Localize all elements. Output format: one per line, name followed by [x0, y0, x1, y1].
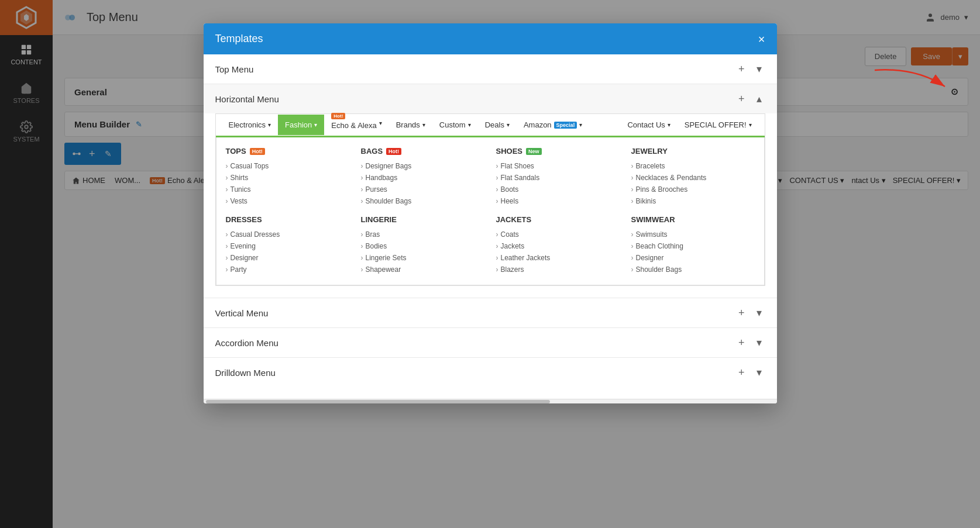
modal-title: Templates — [215, 33, 263, 45]
purses[interactable]: Purses — [361, 184, 484, 195]
coats[interactable]: Coats — [496, 229, 620, 240]
nav-brands-label: Brands — [396, 120, 420, 129]
nav-special-offer-label: SPECIAL OFFER! — [685, 120, 747, 129]
drilldown-menu-collapse-button[interactable]: ▾ — [753, 366, 765, 379]
drilldown-menu-controls: + ▾ — [735, 366, 765, 379]
custom-caret: ▾ — [468, 122, 471, 128]
top-menu-template-row: Top Menu + ▾ — [204, 54, 777, 84]
nav-fashion[interactable]: Fashion ▾ — [278, 115, 324, 135]
accordion-menu-controls: + ▾ — [735, 336, 765, 349]
vertical-menu-label: Vertical Menu — [215, 308, 269, 318]
fashion-caret: ▾ — [314, 122, 317, 128]
accordion-menu-template-row[interactable]: Accordion Menu + ▾ — [204, 328, 777, 358]
modal-body[interactable]: Top Menu + ▾ — [204, 54, 777, 399]
nav-electronics[interactable]: Electronics ▾ — [222, 115, 278, 135]
accordion-menu-collapse-button[interactable]: ▾ — [753, 336, 765, 349]
pins-brooches[interactable]: Pins & Brooches — [631, 184, 755, 195]
flat-sandals[interactable]: Flat Sandals — [496, 172, 620, 184]
nav-amazon[interactable]: Amazon Special ▾ — [517, 115, 589, 135]
boots[interactable]: Boots — [496, 184, 620, 195]
dropdown-content: TOPS Hot! Casual Tops Shirts Tunics Vest… — [216, 137, 765, 285]
top-menu-row-controls: + ▾ — [735, 63, 765, 75]
casual-tops[interactable]: Casual Tops — [226, 160, 349, 172]
bras[interactable]: Bras — [361, 229, 484, 240]
horizontal-menu-add-button[interactable]: + — [735, 92, 748, 105]
dropdown-col-3: SHOES New Flat Shoes Flat Sandals Boots … — [496, 147, 620, 275]
nav-special-offer[interactable]: SPECIAL OFFER! ▾ — [678, 115, 759, 135]
deals-caret: ▾ — [507, 122, 510, 128]
tunics[interactable]: Tunics — [226, 184, 349, 195]
modal-scrollbar[interactable] — [204, 399, 777, 403]
beach-clothing[interactable]: Beach Clothing — [631, 240, 755, 252]
nav-amazon-label: Amazon — [524, 120, 552, 129]
leather-jackets[interactable]: Leather Jackets — [496, 252, 620, 264]
vertical-menu-add-button[interactable]: + — [735, 306, 748, 319]
nav-contact-us[interactable]: Contact Us ▾ — [620, 115, 677, 135]
accordion-menu-add-button[interactable]: + — [735, 336, 748, 349]
drilldown-menu-template-row[interactable]: Drilldown Menu + ▾ — [204, 358, 777, 387]
modal-close-button[interactable]: × — [758, 33, 765, 45]
bikinis[interactable]: Bikinis — [631, 195, 755, 207]
echo-caret: ▾ — [379, 120, 382, 126]
electronics-caret: ▾ — [268, 122, 271, 128]
nav-brands[interactable]: Brands ▾ — [389, 115, 432, 135]
dresses-title: DRESSES — [226, 215, 349, 224]
vests[interactable]: Vests — [226, 195, 349, 207]
jackets[interactable]: Jackets — [496, 240, 620, 252]
nav-preview: Electronics ▾ Fashion ▾ Hot! Echo & Alex… — [215, 113, 765, 286]
party[interactable]: Party — [226, 264, 349, 275]
shoes-title: SHOES New — [496, 147, 620, 156]
nav-echo-alexa[interactable]: Hot! Echo & Alexa ▾ — [324, 114, 388, 136]
lingerie-title: LINGERIE — [361, 215, 484, 224]
vertical-menu-collapse-button[interactable]: ▾ — [753, 306, 765, 319]
evening[interactable]: Evening — [226, 240, 349, 252]
shoulder-bags[interactable]: Shoulder Bags — [361, 195, 484, 207]
top-menu-collapse-button[interactable]: ▾ — [753, 63, 765, 75]
designer-swim[interactable]: Designer — [631, 252, 755, 264]
modal-header: Templates × — [204, 23, 777, 54]
flat-shoes[interactable]: Flat Shoes — [496, 160, 620, 172]
shoulder-bags-swim[interactable]: Shoulder Bags — [631, 264, 755, 275]
casual-dresses[interactable]: Casual Dresses — [226, 229, 349, 240]
horizontal-menu-collapse-button[interactable]: ▴ — [753, 92, 765, 105]
shirts[interactable]: Shirts — [226, 172, 349, 184]
swimsuits[interactable]: Swimsuits — [631, 229, 755, 240]
jewelry-title: JEWELRY — [631, 147, 755, 156]
tops-title: TOPS Hot! — [226, 147, 349, 156]
tops-hot-badge: Hot! — [250, 148, 265, 155]
special-caret: ▾ — [749, 122, 752, 128]
top-menu-row-label: Top Menu — [215, 64, 254, 74]
top-menu-row-header[interactable]: Top Menu + ▾ — [204, 54, 777, 84]
drilldown-menu-label: Drilldown Menu — [215, 368, 276, 378]
swimwear-title: SWIMWEAR — [631, 215, 755, 224]
horizontal-menu-preview: Electronics ▾ Fashion ▾ Hot! Echo & Alex… — [204, 113, 777, 298]
handbags[interactable]: Handbags — [361, 172, 484, 184]
designer-bags[interactable]: Designer Bags — [361, 160, 484, 172]
bodies[interactable]: Bodies — [361, 240, 484, 252]
nav-deals[interactable]: Deals ▾ — [478, 115, 517, 135]
blazers[interactable]: Blazers — [496, 264, 620, 275]
jackets-title: JACKETS — [496, 215, 620, 224]
heels[interactable]: Heels — [496, 195, 620, 207]
designer-dresses[interactable]: Designer — [226, 252, 349, 264]
horizontal-menu-row-header[interactable]: Horizontal Menu + ▴ — [204, 84, 777, 113]
drilldown-menu-add-button[interactable]: + — [735, 366, 748, 379]
nav-echo-alexa-label: Echo & Alexa — [331, 121, 376, 130]
nav-deals-label: Deals — [485, 120, 504, 129]
lingerie-sets[interactable]: Lingerie Sets — [361, 252, 484, 264]
necklaces[interactable]: Necklaces & Pendants — [631, 172, 755, 184]
accordion-menu-label: Accordion Menu — [215, 338, 278, 348]
top-menu-add-button[interactable]: + — [735, 63, 748, 75]
dropdown-col-2: BAGS Hot! Designer Bags Handbags Purses … — [361, 147, 484, 275]
nav-custom[interactable]: Custom ▾ — [432, 115, 478, 135]
bags-hot-badge: Hot! — [386, 148, 401, 155]
dropdown-col-4: JEWELRY Bracelets Necklaces & Pendants P… — [631, 147, 755, 275]
vertical-menu-template-row[interactable]: Vertical Menu + ▾ — [204, 298, 777, 328]
echo-hot-badge-nav: Hot! — [331, 113, 345, 119]
horizontal-menu-row-label: Horizontal Menu — [215, 94, 279, 104]
horizontal-menu-row-controls: + ▴ — [735, 92, 765, 105]
shapewear[interactable]: Shapewear — [361, 264, 484, 275]
modal-overlay[interactable]: Templates × Top Menu — [0, 0, 980, 528]
nav-electronics-label: Electronics — [229, 120, 266, 129]
bracelets[interactable]: Bracelets — [631, 160, 755, 172]
